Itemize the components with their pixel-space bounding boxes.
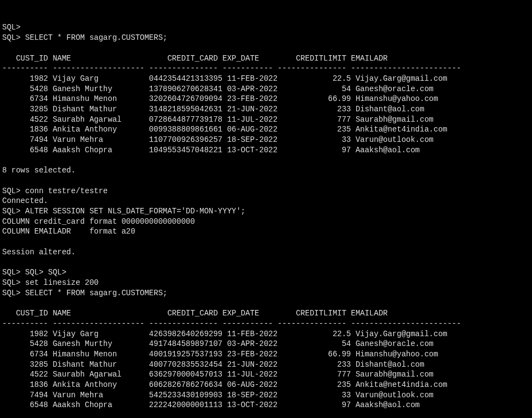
select-stmt-2: SQL> SELECT * FROM sagarg.CUSTOMERS;	[2, 289, 167, 297]
table-row: 1836 Ankita Anthony 0099388809861661 06-…	[2, 125, 447, 134]
table1-sep: ---------- -------------------- --------…	[2, 64, 461, 73]
table2-sep: ---------- -------------------- --------…	[2, 319, 461, 328]
table-row: 4522 Saurabh Agarwal 0728644877739178 11…	[2, 115, 434, 124]
set-linesize: SQL> set linesize 200	[2, 278, 98, 287]
table-row: 3285 Dishant Mathur 3148218595042631 21-…	[2, 105, 424, 114]
column-format-2: COLUMN EMAILADR format a20	[2, 227, 135, 236]
table-row: 6548 Aaaksh Chopra 1049553457048221 13-O…	[2, 146, 420, 154]
table-row: 3285 Dishant Mathur 4007702835532454 21-…	[2, 360, 424, 369]
table-row: 5428 Ganesh Murthy 4917484589897107 03-A…	[2, 339, 434, 348]
table2-header: CUST_ID NAME CREDIT_CARD EXP_DATE CREDIT…	[2, 309, 388, 318]
table1-header: CUST_ID NAME CREDIT_CARD EXP_DATE CREDIT…	[2, 54, 388, 63]
table-row: 7494 Varun Mehra 1107700926396257 18-SEP…	[2, 135, 434, 144]
prompt-trunc: SQL>	[2, 23, 21, 32]
table-row: 1982 Vijay Garg 0442354421313395 11-FEB-…	[2, 74, 447, 83]
conn-status: Connected.	[2, 196, 48, 205]
conn-cmd: SQL> conn testre/testre	[2, 187, 108, 195]
table-row: 4522 Saurabh Agarwal 6362970000457013 11…	[2, 370, 434, 379]
table-row: 1982 Vijay Garg 4263982640269299 11-FEB-…	[2, 330, 447, 338]
table-row: 5428 Ganesh Murthy 1378906270628341 03-A…	[2, 85, 434, 93]
session-altered: Session altered.	[2, 248, 75, 256]
table-row: 6548 Aaaksh Chopra 2222420000001113 13-O…	[2, 401, 420, 409]
table-row: 6734 Himanshu Menon 4001919257537193 23-…	[2, 350, 438, 359]
alter-session: SQL> ALTER SESSION SET NLS_DATE_FORMAT='…	[2, 207, 245, 216]
sql-prompts: SQL> SQL> SQL>	[2, 268, 67, 277]
rows-selected-1: 8 rows selected.	[2, 166, 75, 175]
table-row: 6734 Himanshu Menon 3202604726709094 23-…	[2, 94, 438, 103]
column-format-1: COLUMN credit_card format 00000000000000…	[2, 217, 195, 226]
table-row: 1836 Ankita Anthony 6062826786276634 06-…	[2, 380, 447, 389]
select-stmt-1: SQL> SELECT * FROM sagarg.CUSTOMERS;	[2, 33, 167, 42]
table-row: 7494 Varun Mehra 5425233430109903 18-SEP…	[2, 391, 434, 399]
